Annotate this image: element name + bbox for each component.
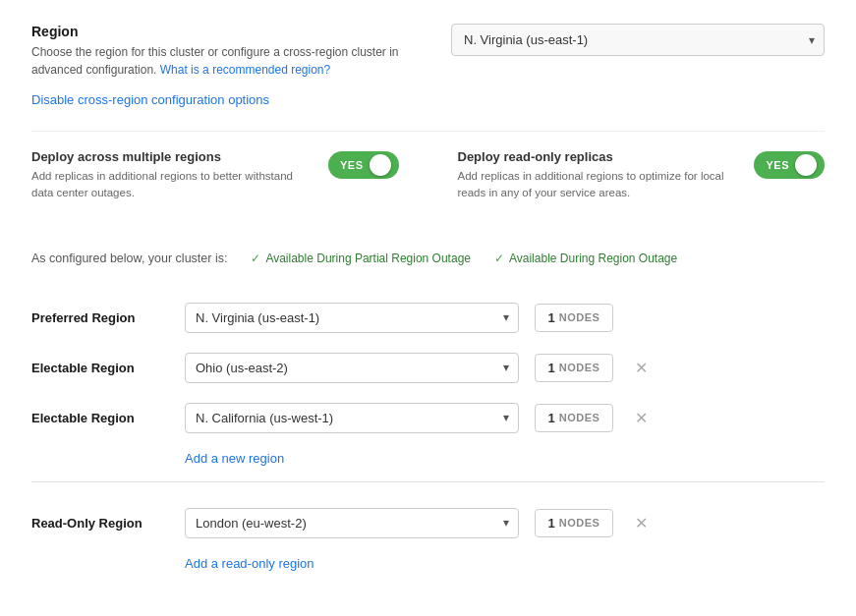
preferred-region-row: Preferred Region N. Virginia (us-east-1)… [31, 293, 825, 343]
deploy-multi-region-toggle-item: Deploy across multiple regions Add repli… [31, 149, 399, 202]
region-info: Region Choose the region for this cluste… [31, 24, 405, 79]
electable-region-2-remove-button[interactable]: ✕ [629, 407, 654, 429]
readonly-region-row-1: Read-Only Region London (eu-west-2) N. V… [31, 498, 825, 548]
deploy-multi-region-label: Deploy across multiple regions [31, 149, 313, 164]
deploy-readonly-toggle-text: YES [766, 159, 789, 171]
add-new-region-link[interactable]: Add a new region [185, 451, 284, 466]
electable-region-2-select-wrapper: N. California (us-west-1) N. Virginia (u… [185, 403, 519, 433]
partial-outage-badge: ✓ Available During Partial Region Outage [251, 252, 471, 265]
electable-region-1-nodes-count: 1 [548, 361, 555, 375]
region-select-wrapper: N. Virginia (us-east-1) Ohio (us-east-2)… [451, 24, 825, 56]
section-divider [31, 481, 825, 482]
readonly-region-1-nodes-badge: 1 NODES [535, 509, 613, 537]
region-title: Region [31, 24, 405, 39]
electable-region-1-remove-button[interactable]: ✕ [629, 357, 654, 379]
region-header: Region Choose the region for this cluste… [31, 24, 825, 79]
deploy-readonly-label: Deploy read-only replicas [458, 149, 739, 164]
partial-outage-check-icon: ✓ [251, 252, 260, 265]
full-outage-check-icon: ✓ [494, 252, 504, 265]
preferred-region-nodes-badge: 1 NODES [535, 304, 613, 332]
preferred-region-select[interactable]: N. Virginia (us-east-1) Ohio (us-east-2)… [185, 303, 519, 333]
preferred-region-nodes-label: NODES [559, 311, 600, 323]
recommended-region-link[interactable]: What is a recommended region? [160, 63, 330, 77]
electable-regions-section: Preferred Region N. Virginia (us-east-1)… [31, 293, 825, 466]
electable-region-2-nodes-count: 1 [548, 411, 555, 425]
preferred-region-select-wrapper: N. Virginia (us-east-1) Ohio (us-east-2)… [185, 303, 519, 333]
electable-region-1-select[interactable]: Ohio (us-east-2) N. Virginia (us-east-1)… [185, 353, 519, 383]
region-description: Choose the region for this cluster or co… [31, 43, 405, 79]
electable-region-1-label: Electable Region [31, 361, 169, 375]
deploy-readonly-info: Deploy read-only replicas Add replicas i… [458, 149, 739, 202]
electable-region-2-label: Electable Region [31, 411, 169, 425]
electable-region-2-select[interactable]: N. California (us-west-1) N. Virginia (u… [185, 403, 519, 433]
deploy-multi-region-switch[interactable]: YES [328, 151, 399, 179]
electable-region-1-nodes-label: NODES [559, 362, 600, 373]
readonly-region-1-nodes-count: 1 [548, 516, 555, 531]
deploy-readonly-switch[interactable]: YES [754, 151, 825, 179]
full-outage-text: Available During Region Outage [509, 252, 677, 265]
electable-region-2-nodes-label: NODES [559, 412, 600, 423]
readonly-region-1-select[interactable]: London (eu-west-2) N. Virginia (us-east-… [185, 508, 519, 538]
deploy-readonly-toggle-circle [795, 154, 817, 176]
readonly-region-1-select-wrapper: London (eu-west-2) N. Virginia (us-east-… [185, 508, 519, 538]
readonly-regions-section: Read-Only Region London (eu-west-2) N. V… [31, 498, 825, 571]
preferred-region-nodes-count: 1 [548, 310, 555, 325]
partial-outage-text: Available During Partial Region Outage [265, 252, 471, 265]
full-outage-badge: ✓ Available During Region Outage [494, 252, 677, 265]
preferred-region-label: Preferred Region [31, 310, 169, 325]
readonly-region-1-nodes-label: NODES [559, 517, 600, 529]
deploy-multi-region-toggle-text: YES [340, 159, 364, 171]
electable-region-1-nodes-badge: 1 NODES [535, 354, 613, 382]
electable-region-2-nodes-badge: 1 NODES [535, 404, 613, 432]
disable-cross-region-link[interactable]: Disable cross-region configuration optio… [31, 92, 269, 107]
deploy-multi-region-desc: Add replicas in additional regions to be… [31, 168, 307, 202]
status-label: As configured below, your cluster is: [31, 252, 227, 265]
readonly-region-1-remove-button[interactable]: ✕ [629, 512, 654, 534]
deploy-readonly-replicas-toggle-item: Deploy read-only replicas Add replicas i… [458, 149, 826, 202]
readonly-region-1-label: Read-Only Region [31, 516, 169, 531]
electable-region-1-select-wrapper: Ohio (us-east-2) N. Virginia (us-east-1)… [185, 353, 519, 383]
deploy-readonly-desc: Add replicas in additional regions to op… [458, 168, 733, 202]
deploy-multi-region-toggle-circle [370, 154, 391, 176]
deploy-multi-region-info: Deploy across multiple regions Add repli… [31, 149, 313, 202]
toggle-section: Deploy across multiple regions Add repli… [31, 131, 825, 220]
add-readonly-region-link[interactable]: Add a read-only region [185, 556, 314, 571]
region-select[interactable]: N. Virginia (us-east-1) Ohio (us-east-2)… [451, 24, 825, 56]
status-bar: As configured below, your cluster is: ✓ … [31, 240, 825, 277]
electable-region-row-2: Electable Region N. California (us-west-… [31, 393, 825, 443]
electable-region-row-1: Electable Region Ohio (us-east-2) N. Vir… [31, 343, 825, 393]
